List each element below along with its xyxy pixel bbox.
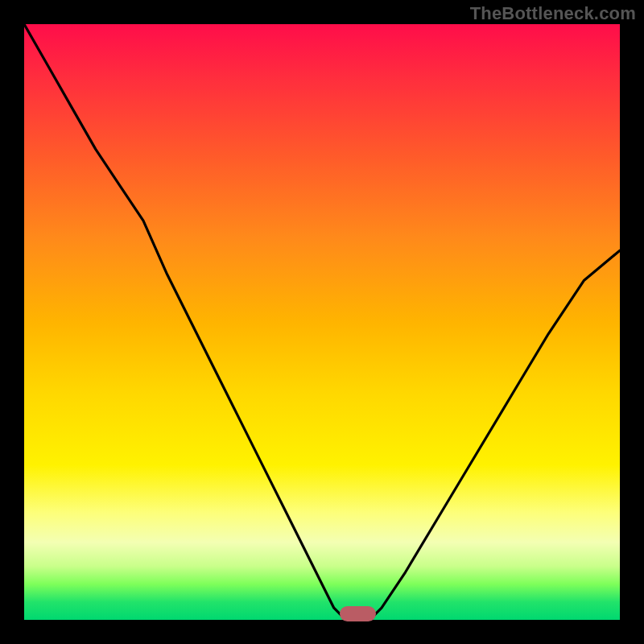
optimum-marker (340, 606, 375, 621)
watermark-text: TheBottleneck.com (470, 3, 636, 24)
chart-frame: TheBottleneck.com (0, 0, 644, 644)
bottleneck-curve (24, 24, 620, 620)
curve-svg (24, 24, 620, 620)
plot-area (24, 24, 620, 620)
